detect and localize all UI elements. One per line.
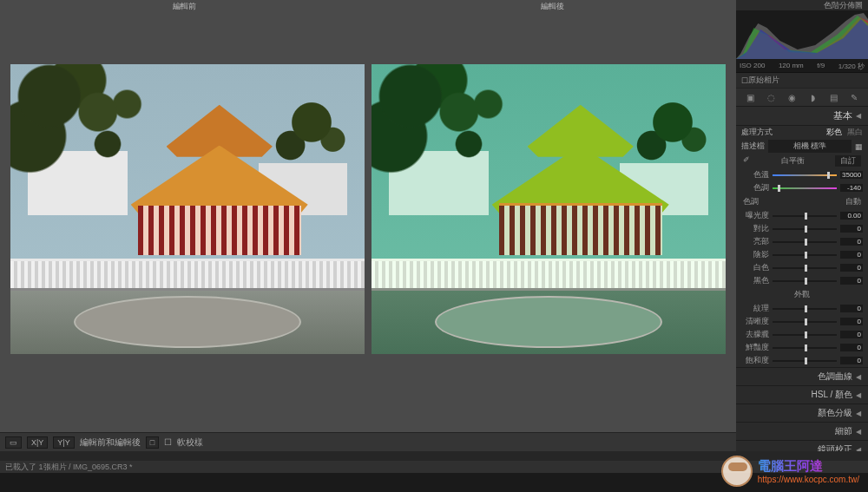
treatment-label: 處理方式 bbox=[741, 127, 823, 138]
tone-5-label: 黑色 bbox=[741, 275, 769, 286]
temp-slider[interactable] bbox=[773, 171, 837, 180]
softproof-label: 軟校樣 bbox=[177, 436, 203, 449]
watermark-face-icon bbox=[721, 456, 753, 487]
auto-tone-button[interactable]: 自動 bbox=[845, 196, 861, 207]
compare-xy-button[interactable]: X|Y bbox=[27, 436, 48, 449]
presence-1-value[interactable]: 0 bbox=[840, 318, 863, 325]
tone-5-value[interactable]: 0 bbox=[840, 277, 863, 285]
hist-aperture: f/9 bbox=[817, 62, 825, 71]
tone-2-label: 亮部 bbox=[741, 236, 769, 247]
tone-0-value[interactable]: 0.00 bbox=[840, 212, 863, 220]
tone-3-label: 陰影 bbox=[741, 249, 769, 260]
presence-4-value[interactable]: 0 bbox=[840, 357, 863, 364]
after-image[interactable] bbox=[372, 64, 726, 354]
temp-value[interactable]: 35000 bbox=[840, 171, 863, 179]
presence-0-slider[interactable] bbox=[773, 305, 837, 313]
presence-3-label: 鮮豔度 bbox=[741, 342, 769, 353]
presence-2-value[interactable]: 0 bbox=[840, 331, 863, 338]
tone-3-value[interactable]: 0 bbox=[840, 251, 863, 259]
wb-label: 白平衡 bbox=[781, 155, 805, 167]
histogram-title: 色階分佈圖 bbox=[736, 0, 868, 10]
compare-yy-button[interactable]: Y|Y bbox=[53, 436, 74, 449]
tone-0-slider[interactable] bbox=[773, 212, 837, 220]
watermark: 電腦王阿達 https://www.kocpc.com.tw/ bbox=[721, 456, 859, 487]
wb-dropdown[interactable]: 自訂 bbox=[835, 155, 861, 167]
redeye-tool-icon[interactable]: ◉ bbox=[784, 91, 799, 103]
tone-4-value[interactable]: 0 bbox=[840, 264, 863, 272]
presence-2-slider[interactable] bbox=[773, 331, 837, 339]
loupe-view-button[interactable]: ▭ bbox=[5, 436, 22, 449]
treatment-color[interactable]: 彩色 bbox=[826, 127, 842, 138]
tone-2-value[interactable]: 0 bbox=[840, 238, 863, 246]
spot-tool-icon[interactable]: ◌ bbox=[763, 91, 779, 103]
tone-1-value[interactable]: 0 bbox=[840, 225, 863, 233]
mask-tool-icon[interactable]: ◗ bbox=[805, 91, 820, 103]
crop-tool-icon[interactable]: ▣ bbox=[742, 91, 758, 103]
tone-1-slider[interactable] bbox=[773, 225, 837, 233]
develop-panel: 色階分佈圖 ISO 200 120 mm f/9 1/320 秒 ☐ 原始相片 … bbox=[736, 0, 868, 451]
eyedropper-icon[interactable]: ✐ bbox=[743, 155, 750, 167]
tone-2-slider[interactable] bbox=[773, 238, 837, 246]
compare-label: 編輯前和編輯後 bbox=[80, 436, 141, 449]
original-photo-checkbox[interactable]: ☐ bbox=[741, 76, 748, 85]
presence-1-slider[interactable] bbox=[773, 318, 837, 326]
view-toolbar: ▭ X|Y Y|Y 編輯前和編輯後 □ ☐ 軟校樣 bbox=[0, 432, 736, 451]
softproof-checkbox[interactable]: ☐ bbox=[164, 437, 172, 447]
watermark-url: https://www.kocpc.com.tw/ bbox=[758, 475, 859, 484]
watermark-title: 電腦王阿達 bbox=[758, 458, 859, 475]
before-image[interactable] bbox=[10, 64, 365, 354]
hist-shutter: 1/320 秒 bbox=[838, 62, 865, 71]
presence-0-label: 紋理 bbox=[741, 303, 769, 314]
before-label: 編輯前 bbox=[0, 0, 368, 12]
tint-value[interactable]: -140 bbox=[840, 184, 863, 192]
tone-label: 色調 bbox=[743, 196, 759, 207]
brush-tool-icon[interactable]: ✎ bbox=[846, 91, 862, 103]
treatment-bw[interactable]: 黑白 bbox=[847, 127, 863, 138]
after-label: 編輯後 bbox=[368, 0, 736, 12]
basic-panel-header[interactable]: 基本◀ bbox=[736, 107, 868, 126]
profile-dropdown[interactable]: 相機 標準 bbox=[768, 140, 852, 153]
tool-strip: ▣ ◌ ◉ ◗ ▤ ✎ bbox=[736, 89, 868, 107]
tone-3-slider[interactable] bbox=[773, 251, 837, 259]
presence-2-label: 去朦朧 bbox=[741, 329, 769, 340]
temp-label: 色溫 bbox=[741, 169, 769, 180]
presence-label: 外觀 bbox=[794, 289, 810, 300]
panel-header[interactable]: 鏡頭校正◀ bbox=[736, 440, 868, 451]
tone-4-slider[interactable] bbox=[773, 264, 837, 272]
tone-1-label: 對比 bbox=[741, 223, 769, 234]
tint-label: 色調 bbox=[741, 182, 769, 194]
presence-3-slider[interactable] bbox=[773, 344, 837, 352]
panel-header[interactable]: HSL / 顏色◀ bbox=[736, 385, 868, 403]
presence-4-slider[interactable] bbox=[773, 357, 837, 365]
panel-header[interactable]: 顏色分級◀ bbox=[736, 403, 868, 422]
tone-5-slider[interactable] bbox=[773, 277, 837, 285]
presence-4-label: 飽和度 bbox=[741, 355, 769, 366]
hist-iso: ISO 200 bbox=[740, 62, 765, 71]
tint-slider[interactable] bbox=[773, 184, 837, 193]
fit-button[interactable]: □ bbox=[146, 436, 159, 449]
panel-header[interactable]: 細節◀ bbox=[736, 422, 868, 440]
profile-label: 描述檔 bbox=[741, 141, 765, 152]
tone-0-label: 曝光度 bbox=[741, 210, 769, 221]
image-viewer: 編輯前 編輯後 ▭ bbox=[0, 0, 736, 451]
original-photo-label: 原始相片 bbox=[748, 75, 779, 86]
gradient-tool-icon[interactable]: ▤ bbox=[825, 91, 841, 103]
presence-3-value[interactable]: 0 bbox=[840, 344, 863, 351]
presence-0-value[interactable]: 0 bbox=[840, 305, 863, 312]
status-filename: IMG_0695.CR3 bbox=[73, 462, 128, 471]
presence-1-label: 清晰度 bbox=[741, 316, 769, 327]
profile-browse-icon[interactable]: ▦ bbox=[855, 142, 863, 151]
status-loaded: 已載入了 1張相片 bbox=[5, 462, 67, 471]
histogram[interactable]: ISO 200 120 mm f/9 1/320 秒 bbox=[736, 10, 868, 73]
panel-header[interactable]: 色調曲線◀ bbox=[736, 367, 868, 385]
hist-focal: 120 mm bbox=[779, 62, 804, 71]
tone-4-label: 白色 bbox=[741, 262, 769, 273]
